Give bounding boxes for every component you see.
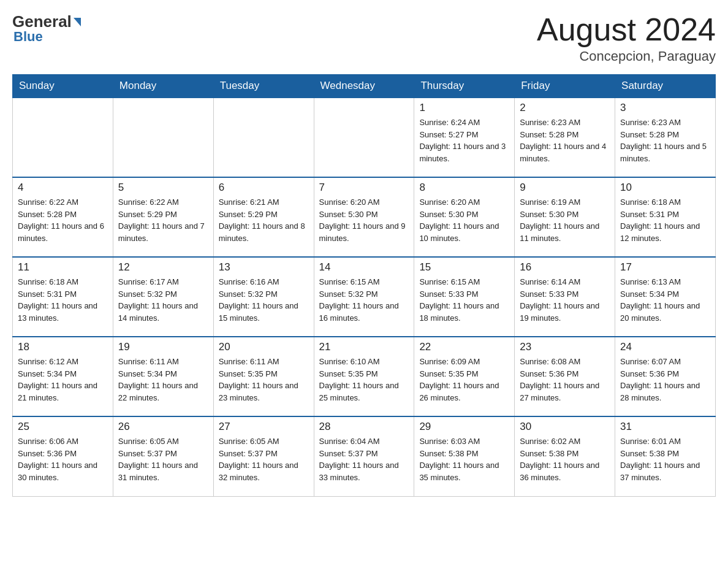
calendar-cell: 17 Sunrise: 6:13 AMSunset: 5:34 PMDaylig… xyxy=(615,257,716,337)
day-info: Sunrise: 6:08 AMSunset: 5:36 PMDaylight:… xyxy=(520,356,610,404)
calendar-cell: 27 Sunrise: 6:05 AMSunset: 5:37 PMDaylig… xyxy=(213,416,314,496)
day-info: Sunrise: 6:20 AMSunset: 5:30 PMDaylight:… xyxy=(419,196,509,244)
day-number: 6 xyxy=(219,182,309,194)
day-number: 13 xyxy=(219,261,309,274)
day-number: 5 xyxy=(118,182,208,194)
day-info: Sunrise: 6:23 AMSunset: 5:28 PMDaylight:… xyxy=(620,117,710,164)
weekday-header-tuesday: Tuesday xyxy=(213,75,314,98)
calendar-cell xyxy=(314,98,414,177)
calendar-cell: 23 Sunrise: 6:08 AMSunset: 5:36 PMDaylig… xyxy=(515,337,615,416)
day-number: 30 xyxy=(520,421,610,433)
day-info: Sunrise: 6:02 AMSunset: 5:38 PMDaylight:… xyxy=(520,435,610,483)
day-number: 28 xyxy=(319,421,409,433)
day-info: Sunrise: 6:18 AMSunset: 5:31 PMDaylight:… xyxy=(620,196,710,244)
calendar-cell: 21 Sunrise: 6:10 AMSunset: 5:35 PMDaylig… xyxy=(314,337,414,416)
calendar-cell xyxy=(13,98,113,177)
weekday-header-wednesday: Wednesday xyxy=(314,75,414,98)
calendar-week-3: 11 Sunrise: 6:18 AMSunset: 5:31 PMDaylig… xyxy=(13,257,716,337)
calendar-cell: 31 Sunrise: 6:01 AMSunset: 5:38 PMDaylig… xyxy=(615,416,716,496)
day-info: Sunrise: 6:22 AMSunset: 5:29 PMDaylight:… xyxy=(118,196,208,244)
day-info: Sunrise: 6:09 AMSunset: 5:35 PMDaylight:… xyxy=(419,356,509,404)
day-number: 21 xyxy=(319,341,409,353)
day-info: Sunrise: 6:12 AMSunset: 5:34 PMDaylight:… xyxy=(18,356,108,404)
calendar-cell: 6 Sunrise: 6:21 AMSunset: 5:29 PMDayligh… xyxy=(213,177,314,257)
day-number: 29 xyxy=(419,421,509,433)
day-info: Sunrise: 6:16 AMSunset: 5:32 PMDaylight:… xyxy=(219,276,309,324)
calendar-cell: 10 Sunrise: 6:18 AMSunset: 5:31 PMDaylig… xyxy=(615,177,716,257)
day-info: Sunrise: 6:03 AMSunset: 5:38 PMDaylight:… xyxy=(419,435,509,483)
day-number: 12 xyxy=(118,261,208,274)
day-info: Sunrise: 6:05 AMSunset: 5:37 PMDaylight:… xyxy=(118,435,208,483)
calendar-cell xyxy=(113,98,213,177)
logo-arrow-icon xyxy=(74,18,81,26)
calendar-cell: 20 Sunrise: 6:11 AMSunset: 5:35 PMDaylig… xyxy=(213,337,314,416)
day-info: Sunrise: 6:20 AMSunset: 5:30 PMDaylight:… xyxy=(319,196,409,244)
day-info: Sunrise: 6:14 AMSunset: 5:33 PMDaylight:… xyxy=(520,276,610,324)
day-info: Sunrise: 6:05 AMSunset: 5:37 PMDaylight:… xyxy=(219,435,309,483)
calendar-cell: 1 Sunrise: 6:24 AMSunset: 5:27 PMDayligh… xyxy=(414,98,515,177)
location-subtitle: Concepcion, Paraguay xyxy=(537,48,716,64)
title-area: August 2024 Concepcion, Paraguay xyxy=(537,12,716,64)
day-number: 16 xyxy=(520,261,610,274)
day-info: Sunrise: 6:11 AMSunset: 5:35 PMDaylight:… xyxy=(219,356,309,404)
weekday-header-thursday: Thursday xyxy=(414,75,515,98)
calendar-cell: 19 Sunrise: 6:11 AMSunset: 5:34 PMDaylig… xyxy=(113,337,213,416)
day-info: Sunrise: 6:07 AMSunset: 5:36 PMDaylight:… xyxy=(620,356,710,404)
calendar-week-2: 4 Sunrise: 6:22 AMSunset: 5:28 PMDayligh… xyxy=(13,177,716,257)
day-info: Sunrise: 6:23 AMSunset: 5:28 PMDaylight:… xyxy=(520,117,610,164)
day-number: 3 xyxy=(620,102,710,114)
calendar-cell: 2 Sunrise: 6:23 AMSunset: 5:28 PMDayligh… xyxy=(515,98,615,177)
page-header: General Blue August 2024 Concepcion, Par… xyxy=(12,12,716,64)
day-number: 22 xyxy=(419,341,509,353)
day-info: Sunrise: 6:18 AMSunset: 5:31 PMDaylight:… xyxy=(18,276,108,324)
calendar-cell: 28 Sunrise: 6:04 AMSunset: 5:37 PMDaylig… xyxy=(314,416,414,496)
day-info: Sunrise: 6:22 AMSunset: 5:28 PMDaylight:… xyxy=(18,196,108,244)
calendar-week-4: 18 Sunrise: 6:12 AMSunset: 5:34 PMDaylig… xyxy=(13,337,716,416)
calendar-cell: 18 Sunrise: 6:12 AMSunset: 5:34 PMDaylig… xyxy=(13,337,113,416)
day-info: Sunrise: 6:01 AMSunset: 5:38 PMDaylight:… xyxy=(620,435,710,483)
weekday-header-row: SundayMondayTuesdayWednesdayThursdayFrid… xyxy=(13,75,716,98)
day-info: Sunrise: 6:11 AMSunset: 5:34 PMDaylight:… xyxy=(118,356,208,404)
day-info: Sunrise: 6:15 AMSunset: 5:32 PMDaylight:… xyxy=(319,276,409,324)
calendar-cell: 30 Sunrise: 6:02 AMSunset: 5:38 PMDaylig… xyxy=(515,416,615,496)
calendar-cell: 5 Sunrise: 6:22 AMSunset: 5:29 PMDayligh… xyxy=(113,177,213,257)
calendar-cell: 8 Sunrise: 6:20 AMSunset: 5:30 PMDayligh… xyxy=(414,177,515,257)
day-number: 17 xyxy=(620,261,710,274)
day-number: 19 xyxy=(118,341,208,353)
calendar-cell: 29 Sunrise: 6:03 AMSunset: 5:38 PMDaylig… xyxy=(414,416,515,496)
weekday-header-monday: Monday xyxy=(113,75,213,98)
day-number: 1 xyxy=(419,102,509,114)
day-number: 23 xyxy=(520,341,610,353)
calendar-cell: 13 Sunrise: 6:16 AMSunset: 5:32 PMDaylig… xyxy=(213,257,314,337)
calendar-cell: 12 Sunrise: 6:17 AMSunset: 5:32 PMDaylig… xyxy=(113,257,213,337)
weekday-header-sunday: Sunday xyxy=(13,75,113,98)
day-number: 26 xyxy=(118,421,208,433)
calendar-cell xyxy=(213,98,314,177)
calendar-cell: 9 Sunrise: 6:19 AMSunset: 5:30 PMDayligh… xyxy=(515,177,615,257)
day-number: 7 xyxy=(319,182,409,194)
day-info: Sunrise: 6:21 AMSunset: 5:29 PMDaylight:… xyxy=(219,196,309,244)
calendar-table: SundayMondayTuesdayWednesdayThursdayFrid… xyxy=(12,74,716,497)
calendar-cell: 15 Sunrise: 6:15 AMSunset: 5:33 PMDaylig… xyxy=(414,257,515,337)
day-info: Sunrise: 6:10 AMSunset: 5:35 PMDaylight:… xyxy=(319,356,409,404)
day-info: Sunrise: 6:15 AMSunset: 5:33 PMDaylight:… xyxy=(419,276,509,324)
day-number: 31 xyxy=(620,421,710,433)
weekday-header-friday: Friday xyxy=(515,75,615,98)
calendar-cell: 11 Sunrise: 6:18 AMSunset: 5:31 PMDaylig… xyxy=(13,257,113,337)
calendar-cell: 24 Sunrise: 6:07 AMSunset: 5:36 PMDaylig… xyxy=(615,337,716,416)
calendar-cell: 26 Sunrise: 6:05 AMSunset: 5:37 PMDaylig… xyxy=(113,416,213,496)
day-info: Sunrise: 6:13 AMSunset: 5:34 PMDaylight:… xyxy=(620,276,710,324)
day-info: Sunrise: 6:19 AMSunset: 5:30 PMDaylight:… xyxy=(520,196,610,244)
day-number: 27 xyxy=(219,421,309,433)
calendar-week-5: 25 Sunrise: 6:06 AMSunset: 5:36 PMDaylig… xyxy=(13,416,716,496)
calendar-cell: 7 Sunrise: 6:20 AMSunset: 5:30 PMDayligh… xyxy=(314,177,414,257)
day-number: 14 xyxy=(319,261,409,274)
calendar-cell: 25 Sunrise: 6:06 AMSunset: 5:36 PMDaylig… xyxy=(13,416,113,496)
day-number: 8 xyxy=(419,182,509,194)
day-info: Sunrise: 6:06 AMSunset: 5:36 PMDaylight:… xyxy=(18,435,108,483)
day-number: 2 xyxy=(520,102,610,114)
day-number: 18 xyxy=(18,341,108,353)
calendar-week-1: 1 Sunrise: 6:24 AMSunset: 5:27 PMDayligh… xyxy=(13,98,716,177)
logo: General Blue xyxy=(12,12,81,45)
calendar-cell: 22 Sunrise: 6:09 AMSunset: 5:35 PMDaylig… xyxy=(414,337,515,416)
